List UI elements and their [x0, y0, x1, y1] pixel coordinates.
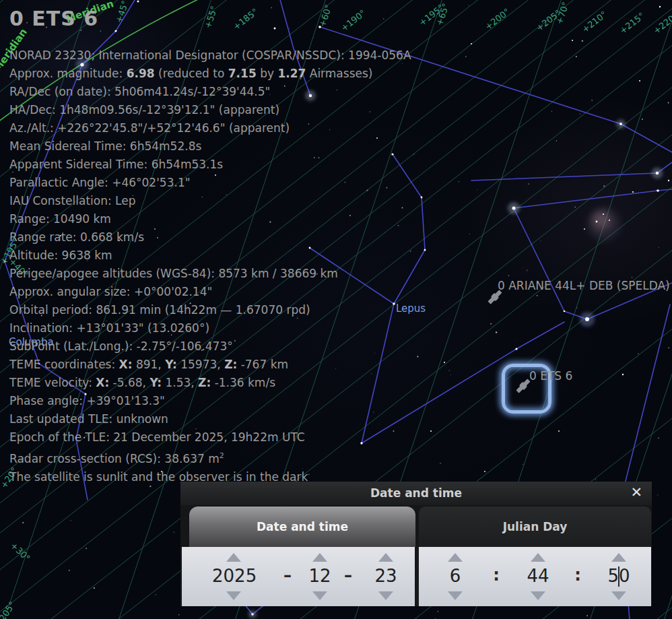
minute-value[interactable]: 44	[516, 566, 560, 586]
date-time-dialog: Date and time ✕ Date and time Julian Day…	[180, 482, 652, 606]
info-line: Approx. magnitude: 6.98 (reduced to 7.15…	[9, 65, 411, 83]
tab-julian-day-label: Julian Day	[419, 507, 651, 547]
hour-value[interactable]: 6	[434, 566, 477, 586]
hour-up-arrow[interactable]	[448, 553, 463, 562]
info-line: Az./Alt.: +226°22'45.8"/+52°12'46.6" (ap…	[9, 119, 411, 137]
second-down-arrow[interactable]	[611, 591, 626, 600]
hour-down-arrow[interactable]	[448, 591, 463, 600]
info-line: TEME velocity: X: -5.68, Y: 1.53, Z: -1.…	[9, 374, 411, 392]
year-up-arrow[interactable]	[226, 553, 241, 562]
info-line: HA/Dec: 1h48m09.56s/-12°39'12.1" (appare…	[9, 101, 411, 119]
info-line: Approx. angular size: +0°00'02.14"	[9, 283, 411, 301]
time-colon: :	[574, 566, 581, 585]
tab-julian-day[interactable]: Julian Day	[419, 507, 651, 547]
info-line: RA/Dec (on date): 5h06m41.24s/-12°39'44.…	[9, 83, 411, 101]
info-line: Altitude: 9638 km	[9, 247, 411, 265]
year-value[interactable]: 2025	[212, 566, 255, 586]
dialog-title: Date and time	[180, 486, 652, 500]
info-line: Last updated TLE: unknown	[9, 410, 411, 428]
tab-date-and-time-label: Date and time	[189, 507, 415, 547]
info-line: NORAD 23230; International Designator (C…	[9, 46, 411, 65]
info-line: Epoch of the TLE: 21 December 2025, 19h2…	[9, 428, 411, 447]
info-line: Apparent Sidereal Time: 6h54m53.1s	[9, 156, 411, 174]
info-line: Orbital period: 861.91 min (14h22m — 1.6…	[9, 301, 411, 319]
text-cursor	[618, 566, 619, 587]
time-colon: :	[493, 566, 500, 585]
info-line: Mean Sidereal Time: 6h54m52.8s	[9, 137, 411, 156]
grid-label: +70°	[554, 1, 571, 26]
month-spinner: 12	[298, 547, 341, 606]
object-info-panel: 0 ETS 6 NORAD 23230; International Desig…	[9, 7, 411, 486]
info-line: Parallactic Angle: +46°02'53.1"	[9, 174, 411, 192]
year-down-arrow[interactable]	[226, 591, 241, 600]
date-separator: –	[344, 566, 352, 585]
grid-label: +200°	[483, 7, 512, 32]
satellite-label[interactable]: 0 ETS 6	[529, 369, 572, 383]
month-value[interactable]: 12	[298, 566, 341, 586]
grid-label: +220°	[651, 11, 672, 36]
info-line: Perigee/apogee altitudes (WGS-84): 8573 …	[9, 265, 411, 283]
day-down-arrow[interactable]	[378, 591, 393, 600]
grid-label: +30°	[9, 540, 32, 563]
year-spinner: 2025	[212, 547, 255, 606]
minute-spinner: 44	[516, 547, 560, 606]
day-spinner: 23	[364, 547, 407, 606]
object-info-lines: NORAD 23230; International Designator (C…	[9, 46, 411, 486]
hour-spinner: 6	[434, 547, 477, 606]
second-up-arrow[interactable]	[611, 553, 626, 562]
satellite-label[interactable]: 0 ARIANE 44L+ DEB (SPELDA)	[498, 279, 670, 292]
time-spinner-panel: 6 : 44 : 50	[419, 547, 651, 606]
object-title: 0 ETS 6	[9, 7, 411, 30]
info-line: Range: 10490 km	[9, 210, 411, 228]
info-line: Range rate: 0.668 km/s	[9, 228, 411, 247]
grid-label: +210°	[580, 9, 609, 35]
day-up-arrow[interactable]	[378, 553, 393, 562]
info-line: IAU Constellation: Lep	[9, 192, 411, 210]
info-line: SubPoint (Lat./Long.): -2.75°/-106.473°	[9, 337, 411, 356]
info-line: Inclination: +13°01'33" (13.0260°)	[9, 319, 411, 337]
minute-down-arrow[interactable]	[531, 591, 545, 600]
dialog-tabstrip: Date and time Julian Day	[180, 505, 652, 547]
tab-date-and-time[interactable]: Date and time	[189, 507, 415, 547]
info-line: Radar cross-section (RCS): 38.637 m2	[9, 447, 411, 468]
close-icon[interactable]: ✕	[630, 484, 642, 500]
grid-label: +215°	[617, 11, 646, 36]
dialog-titlebar[interactable]: Date and time ✕	[180, 482, 652, 505]
date-spinner-panel: 2025 – 12 – 23	[182, 547, 415, 606]
info-line: TEME coordinates: X: 891, Y: 15973, Z: -…	[9, 356, 411, 374]
stellarium-sky-view[interactable]: +45°+55°+185°+60°+190°+195°+65°+200°+205…	[0, 0, 672, 619]
info-line: Phase angle: +39°01'13.3"	[9, 392, 411, 410]
grid-label: +205°	[0, 599, 18, 619]
month-up-arrow[interactable]	[312, 553, 327, 562]
day-value[interactable]: 23	[364, 566, 407, 586]
month-down-arrow[interactable]	[312, 591, 327, 600]
minute-up-arrow[interactable]	[531, 553, 545, 562]
date-separator: –	[283, 566, 292, 585]
